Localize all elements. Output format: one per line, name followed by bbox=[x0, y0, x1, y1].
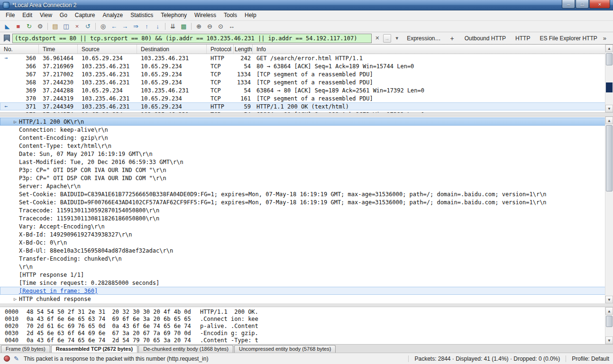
scrollbar-thumb[interactable] bbox=[606, 125, 613, 191]
hex-line[interactable]: 0030 2d 45 6e 63 6f 64 69 6e 67 3a 20 67… bbox=[0, 330, 613, 337]
menu-edit[interactable]: Edit bbox=[18, 10, 36, 20]
add-filter-button[interactable]: + bbox=[448, 35, 457, 42]
filter-dropdown-icon[interactable]: ▾ bbox=[393, 34, 401, 43]
file-save-icon[interactable]: ◫ bbox=[61, 22, 72, 31]
display-filter-input[interactable] bbox=[12, 34, 372, 43]
capture-options-icon[interactable]: ⚙ bbox=[35, 22, 46, 31]
detail-line[interactable]: Content-Encoding: gzip\r\n bbox=[0, 134, 613, 142]
column-header-source[interactable]: Source bbox=[78, 45, 137, 54]
detail-line[interactable]: [HTTP response 1/1] bbox=[0, 271, 613, 279]
detail-line[interactable]: X-Bd-Ul: 88ee10a3c15695804ad87d8aef32ada… bbox=[0, 246, 613, 255]
detail-line[interactable]: ▷ HTTP chunked response bbox=[0, 295, 613, 303]
column-header-info[interactable]: Info bbox=[253, 45, 613, 54]
bytes-scrollbar[interactable]: ▲ ▼ bbox=[605, 307, 613, 344]
column-header-time[interactable]: Time bbox=[39, 45, 78, 54]
resize-columns-icon[interactable]: ↔ bbox=[226, 22, 237, 31]
detail-line[interactable]: Content-Type: text/html\r\n bbox=[0, 142, 613, 150]
detail-line[interactable]: Connection: keep-alive\r\n bbox=[0, 126, 613, 134]
column-header-length[interactable]: Length bbox=[234, 45, 253, 54]
scroll-up-icon[interactable]: ▲ bbox=[605, 307, 613, 315]
filter-bookmark-icon[interactable] bbox=[4, 35, 10, 42]
menu-tools[interactable]: Tools bbox=[220, 10, 241, 20]
detail-line[interactable]: Transfer-Encoding: chunked\r\n bbox=[0, 255, 613, 263]
pane-splitter[interactable] bbox=[0, 113, 613, 117]
detail-line[interactable]: Set-Cookie: BAIDUID=C839A1E61B772566650B… bbox=[0, 190, 613, 198]
menu-view[interactable]: View bbox=[36, 10, 56, 20]
detail-line[interactable]: X-Bd-Oc: 0\r\n bbox=[0, 238, 613, 246]
packet-row[interactable]: 367 37.217002 103.235.46.231 10.65.29.23… bbox=[0, 70, 613, 78]
expert-info-icon[interactable] bbox=[4, 355, 10, 362]
column-header-destination[interactable]: Destination bbox=[137, 45, 207, 54]
filter-shortcut-outbound-http[interactable]: Outbound HTTP bbox=[463, 35, 508, 42]
packet-row[interactable]: 372 37.244374 10.65.29.234 103.235.46.23… bbox=[0, 110, 613, 113]
scroll-up-icon[interactable]: ▲ bbox=[605, 117, 613, 124]
colorize-icon[interactable]: ▩ bbox=[178, 22, 189, 31]
file-open-icon[interactable]: ▤ bbox=[50, 22, 61, 31]
menu-telephony[interactable]: Telephony bbox=[157, 10, 191, 20]
profile-indicator[interactable]: Profile: Default bbox=[566, 355, 609, 362]
zoom-in-icon[interactable]: ⊕ bbox=[193, 22, 204, 31]
detail-line[interactable]: P3p: CP=" OTI DSP COR IVA OUR IND COM "\… bbox=[0, 174, 613, 182]
filter-clear-icon[interactable]: ✕ bbox=[373, 34, 382, 43]
detail-line[interactable]: P3p: CP=" OTI DSP COR IVA OUR IND COM "\… bbox=[0, 166, 613, 174]
file-close-icon[interactable]: × bbox=[72, 22, 82, 31]
hex-line[interactable]: 0000 48 54 54 50 2f 31 2e 31 20 32 30 30… bbox=[0, 309, 613, 316]
packet-list-scrollbar[interactable]: ▲ ▼ bbox=[605, 45, 613, 112]
packet-row[interactable]: ← 371 37.244349 103.235.46.231 10.65.29.… bbox=[0, 102, 613, 110]
detail-line[interactable]: X-Bd-Id: 14929096192743938327\r\n bbox=[0, 230, 613, 238]
menu-help[interactable]: Help bbox=[241, 10, 260, 20]
tab-frame[interactable]: Frame (59 bytes) bbox=[1, 345, 50, 353]
tab-dechunked-entity-body[interactable]: De-chunked entity body (1868 bytes) bbox=[138, 345, 233, 353]
reload-icon[interactable]: ↺ bbox=[82, 22, 93, 31]
go-back-icon[interactable]: ← bbox=[109, 22, 119, 31]
go-forward-icon[interactable]: → bbox=[119, 22, 130, 31]
go-to-packet-icon[interactable]: ⇒ bbox=[130, 22, 141, 31]
minimize-button[interactable]: – bbox=[562, 0, 575, 9]
menu-wireless[interactable]: Wireless bbox=[191, 10, 220, 20]
restore-button[interactable]: □ bbox=[576, 0, 589, 9]
menu-go[interactable]: Go bbox=[56, 10, 71, 20]
detail-line[interactable]: Server: Apache\r\n bbox=[0, 182, 613, 190]
scrollbar-thumb[interactable] bbox=[606, 316, 613, 327]
close-button[interactable]: × bbox=[589, 0, 610, 9]
details-scrollbar[interactable]: ▲ ▼ bbox=[605, 117, 613, 303]
scroll-down-icon[interactable]: ▼ bbox=[605, 105, 613, 112]
detail-line[interactable]: ▷ HTTP/1.1 200 OK\r\n bbox=[0, 118, 613, 126]
scrollbar-thumb[interactable] bbox=[606, 53, 613, 65]
toolbar-overflow-chevron[interactable]: » bbox=[599, 35, 610, 42]
filter-shortcut-http[interactable]: HTTP bbox=[513, 35, 532, 42]
capture-comment-icon[interactable]: ✎ bbox=[14, 355, 19, 362]
capture-restart-icon[interactable]: ↻ bbox=[24, 22, 35, 31]
hex-line[interactable]: 0010 0a 43 6f 6e 6e 65 63 74 69 6f 6e 3a… bbox=[0, 316, 613, 323]
autoscroll-icon[interactable]: ⇊ bbox=[167, 22, 178, 31]
menu-file[interactable]: File bbox=[2, 10, 18, 20]
detail-line[interactable]: Set-Cookie: BAIDUID=9F00766E43AD4102CF57… bbox=[0, 198, 613, 206]
go-first-icon[interactable]: ↑ bbox=[141, 22, 152, 31]
packet-row[interactable]: 366 37.216969 103.235.46.231 10.65.29.23… bbox=[0, 62, 613, 70]
detail-line[interactable]: Vary: Accept-Encoding\r\n bbox=[0, 222, 613, 230]
expander-icon[interactable]: ▷ bbox=[11, 119, 19, 124]
packet-row[interactable]: 368 37.244230 103.235.46.231 10.65.29.23… bbox=[0, 78, 613, 86]
detail-line[interactable]: [Time since request: 0.282885000 seconds… bbox=[0, 279, 613, 287]
packet-row[interactable]: 370 37.244319 103.235.46.231 10.65.29.23… bbox=[0, 94, 613, 102]
column-header-protocol[interactable]: Protocol bbox=[207, 45, 234, 54]
detail-line[interactable]: Last-Modified: Tue, 20 Dec 2016 06:59:33… bbox=[0, 158, 613, 166]
expression-button[interactable]: Expression… bbox=[405, 35, 442, 42]
scroll-down-icon[interactable]: ▼ bbox=[605, 296, 613, 303]
scroll-up-icon[interactable]: ▲ bbox=[605, 45, 613, 52]
menu-statistics[interactable]: Statistics bbox=[127, 10, 157, 20]
hex-line[interactable]: 0040 0a 43 6f 6e 74 65 6e 74 2d 54 79 70… bbox=[0, 337, 613, 344]
capture-start-icon[interactable]: ◣ bbox=[2, 22, 13, 31]
pane-splitter[interactable] bbox=[0, 303, 613, 307]
hex-line[interactable]: 0020 70 2d 61 6c 69 76 65 0d 0a 43 6f 6e… bbox=[0, 323, 613, 330]
detail-line[interactable]: Date: Sun, 07 May 2017 16:19:19 GMT\r\n bbox=[0, 150, 613, 158]
filter-shortcut-es-file-explorer-http[interactable]: ES File Explorer HTTP bbox=[538, 35, 599, 42]
tab-uncompressed-entity-body[interactable]: Uncompressed entity body (5768 bytes) bbox=[234, 345, 336, 353]
capture-stop-icon[interactable]: ■ bbox=[13, 22, 24, 31]
tab-reassembled-tcp[interactable]: Reassembled TCP (2672 bytes) bbox=[51, 345, 137, 353]
zoom-original-icon[interactable]: ⊙ bbox=[215, 22, 226, 31]
zoom-out-icon[interactable]: ⊖ bbox=[204, 22, 215, 31]
menu-capture[interactable]: Capture bbox=[71, 10, 99, 20]
go-last-icon[interactable]: ↓ bbox=[152, 22, 163, 31]
expander-icon[interactable]: ▷ bbox=[11, 296, 19, 301]
